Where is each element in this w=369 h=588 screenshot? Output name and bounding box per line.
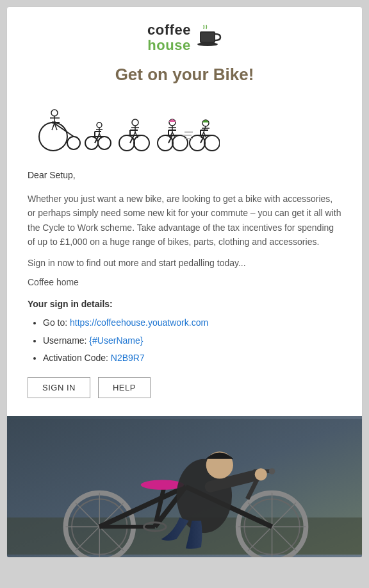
logo-cup [196,24,222,52]
email-body: coffee house [7,7,362,416]
logo-row: coffee house [28,22,341,53]
cup-icon [196,24,222,49]
sign-in-details-heading: Your sign in details: [28,299,341,309]
sign-in-button[interactable]: SIGN IN [28,377,90,398]
svg-point-32 [132,119,138,126]
email-wrapper: coffee house [0,0,369,564]
go-to-link[interactable]: https://coffeehouse.youatwork.com [70,317,208,328]
go-to-prefix: Go to: [43,317,70,328]
svg-point-4 [67,137,80,149]
list-item: Username: {#UserName} [43,333,341,348]
buttons-row: SIGN IN HELP [28,377,341,398]
body-paragraph: Whether you just want a new bike, are lo… [28,192,341,249]
bike-illustrations [28,95,341,155]
email-card: coffee house [6,6,363,558]
svg-line-58 [204,126,206,132]
svg-point-84 [269,468,275,475]
logo-section: coffee house [28,22,341,53]
username-prefix: Username: [43,335,89,346]
username-value: {#UserName} [89,335,143,346]
svg-point-27 [134,135,149,151]
list-item: Activation Code: N2B9R7 [43,351,341,365]
logo-words: coffee house [147,22,191,53]
svg-point-1 [197,42,218,46]
svg-rect-2 [201,33,214,42]
help-button[interactable]: HELP [98,377,151,398]
coffee-home-label: Coffee home [28,277,341,287]
sign-in-prompt: Sign in now to find out more and start p… [28,258,341,268]
sign-in-details-section: Your sign in details: Go to: https://cof… [28,299,341,365]
logo-coffee-text: coffee [147,22,191,38]
page-title: Get on your Bike! [28,65,341,85]
svg-line-12 [52,123,54,130]
greeting-text: Dear Setup, [28,168,341,182]
bike-photo-svg [7,416,362,557]
svg-point-86 [255,468,267,480]
svg-line-5 [53,122,74,137]
activation-prefix: Activation Code: [43,353,111,363]
logo-house-text: house [147,38,191,53]
svg-point-21 [97,122,102,128]
svg-point-9 [51,110,58,116]
bike-photo-section [7,416,362,557]
sign-in-details-list: Go to: https://coffeehouse.youatwork.com… [28,315,341,365]
list-item: Go to: https://coffeehouse.youatwork.com [43,315,341,330]
photo-background [7,416,362,557]
svg-point-14 [85,137,98,149]
activation-code-value: N2B9R7 [111,353,145,363]
svg-point-15 [98,137,111,149]
